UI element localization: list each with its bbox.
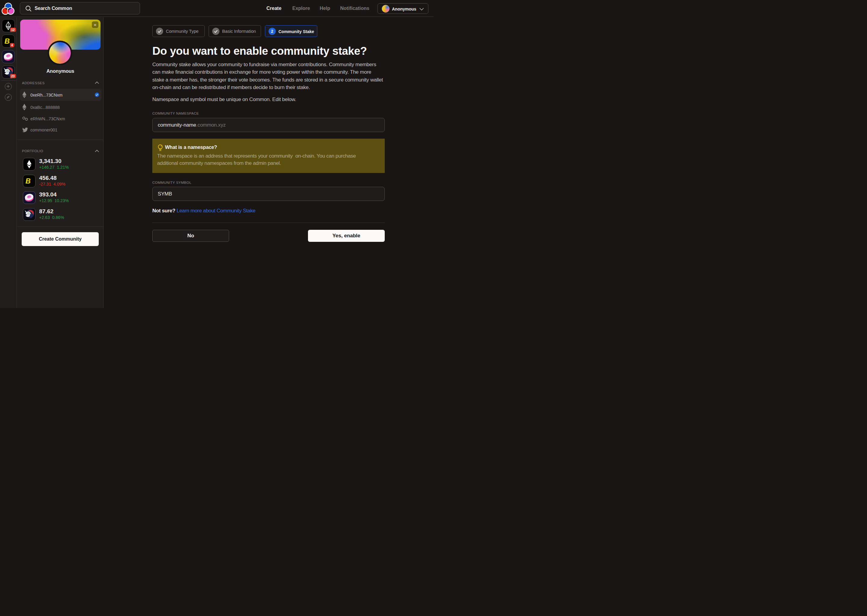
svg-text:B: B [25, 177, 31, 185]
svg-text:B: B [5, 37, 9, 45]
